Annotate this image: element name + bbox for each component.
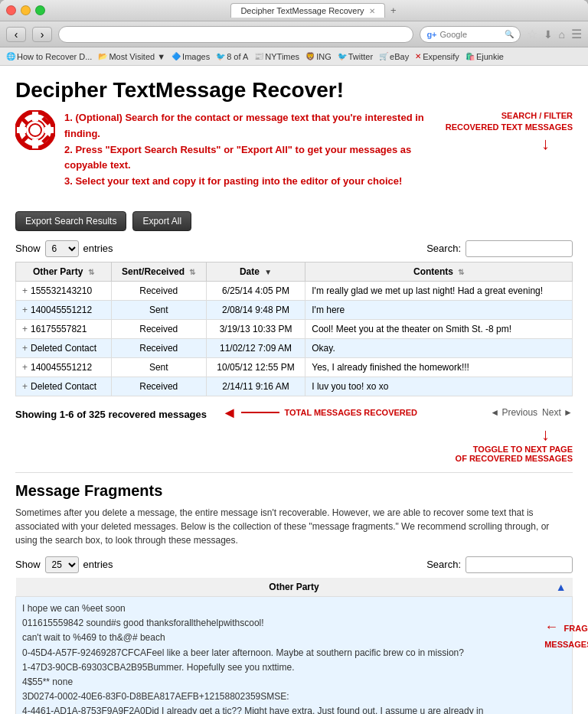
expand-icon[interactable]: + — [22, 324, 28, 334]
maximize-button[interactable] — [35, 5, 45, 15]
cell-type: Sent — [111, 357, 206, 377]
fragments-title: Message Fragments — [15, 482, 573, 500]
next-button[interactable]: Next ► — [542, 407, 573, 418]
bookmark-nytimes[interactable]: 📰 NYTimes — [254, 52, 299, 61]
fragments-entries-label: entries — [83, 559, 113, 570]
bookmark-how-to[interactable]: 🌐 How to Recover D... — [6, 52, 92, 61]
download-icon[interactable]: ⬇ — [544, 28, 553, 41]
total-annotation: ◄ TOTAL MESSAGES RECOVERED — [222, 404, 417, 422]
search-input[interactable] — [466, 240, 573, 257]
total-arrow-icon: ◄ — [222, 404, 237, 422]
col-header-party[interactable]: Other Party ⇅ — [16, 262, 112, 281]
fragment-line: I hope we can %eet soon — [22, 602, 566, 616]
col-header-sent-received[interactable]: Sent/Received ⇅ — [111, 262, 206, 281]
expand-icon[interactable]: + — [22, 343, 28, 354]
fragments-entries-select[interactable]: 25 10 50 — [45, 556, 79, 573]
showing-count: 325 — [89, 409, 106, 420]
bookmark-twitter[interactable]: 🐦 Twitter — [338, 52, 373, 61]
instruction-1: 1. (Optional) Search for the contact or … — [64, 110, 436, 142]
bookmark-ebay[interactable]: 🛒 eBay — [379, 52, 409, 61]
window-title: Decipher TextMessage Recovery ✕ + — [45, 3, 582, 18]
fragments-arrow-icon: ← — [544, 619, 558, 634]
bookmark-ing[interactable]: 🦁 ING — [305, 52, 332, 61]
cell-type: Sent — [111, 300, 206, 319]
search-annotation: SEARCH / FILTERRECOVERED TEXT MESSAGES ↓ — [446, 110, 573, 154]
bookmark-8ofa[interactable]: 🐦 8 of A — [216, 52, 248, 61]
nav-search-button[interactable]: 🔍 — [505, 30, 514, 38]
bookmark-images[interactable]: 🔷 Images — [172, 52, 210, 61]
menu-icon[interactable]: ☰ — [571, 27, 582, 41]
browser-tab[interactable]: Decipher TextMessage Recovery ✕ — [230, 3, 384, 18]
cell-content: I luv you too! xo xo — [305, 377, 573, 396]
col-header-contents[interactable]: Contents ⇅ — [305, 262, 573, 281]
table-header-row: Other Party ⇅ Sent/Received ⇅ Date ▼ Con… — [16, 262, 573, 281]
fragments-search-input[interactable] — [466, 556, 573, 573]
table-row: +155532143210 Received 6/25/14 4:05 PM I… — [16, 281, 573, 300]
back-button[interactable]: ‹ — [6, 27, 26, 42]
fragments-show-label: Show — [15, 559, 41, 570]
window-controls[interactable] — [6, 5, 45, 15]
entries-select[interactable]: 6 10 25 50 — [45, 240, 79, 257]
previous-button[interactable]: ◄ Previous — [490, 407, 537, 418]
col-header-date[interactable]: Date ▼ — [206, 262, 305, 281]
cell-date: 2/14/11 9:16 AM — [206, 377, 305, 396]
expand-icon[interactable]: + — [22, 285, 28, 296]
bookmark-most-visited[interactable]: 📂 Most Visited ▼ — [98, 52, 165, 61]
sort-fragments-icon[interactable]: ▲ — [556, 581, 567, 593]
expand-icon[interactable]: + — [22, 305, 28, 315]
table-row: +140045551212 Sent 2/08/14 9:48 PM I'm h… — [16, 300, 573, 319]
home-icon[interactable]: ⌂ — [559, 28, 565, 41]
export-all-button[interactable]: Export All — [132, 211, 191, 231]
pagination: ◄ Previous Next ► — [490, 407, 573, 418]
table-row: +Deleted Contact Received 11/02/12 7:09 … — [16, 338, 573, 357]
fragment-line: 3D0274-0002-40E6-83F0-D8BEA817AEFB+12158… — [22, 690, 566, 704]
bookmark-label-twitter: Twitter — [348, 52, 373, 61]
expand-icon[interactable]: + — [22, 362, 28, 373]
table-row: +Deleted Contact Received 2/14/11 9:16 A… — [16, 377, 573, 396]
search-nav-input[interactable] — [440, 30, 501, 39]
bookmark-icon-how-to: 🌐 — [6, 52, 15, 60]
fragment-line: 1-47D3-90CB-69303CBA2B95Bummer. Hopefull… — [22, 660, 566, 675]
address-bar[interactable] — [58, 26, 413, 43]
table-row: +16175557821 Received 3/19/13 10:33 PM C… — [16, 319, 573, 338]
fragments-col-label: Other Party — [269, 582, 318, 592]
bookmark-icon-ebay: 🛒 — [379, 52, 388, 60]
fragments-search-control: Search: — [426, 556, 573, 573]
cell-type: Received — [111, 377, 206, 396]
next-page-annotation: ↓ TOGGLE TO NEXT PAGEOF RECOVERED MESSAG… — [456, 425, 573, 463]
bookmark-label-images: Images — [182, 52, 210, 61]
bookmark-label-8ofa: 8 of A — [227, 52, 248, 61]
browser-window: Decipher TextMessage Recovery ✕ + ‹ › g+… — [0, 0, 588, 714]
cell-date: 10/05/12 12:55 PM — [206, 357, 305, 377]
export-search-button[interactable]: Export Search Results — [15, 211, 126, 231]
forward-button[interactable]: › — [32, 27, 52, 42]
search-annotation-label: SEARCH / FILTERRECOVERED TEXT MESSAGES — [446, 110, 573, 134]
showing-text: Showing 1-6 of 325 recovered messages ◄ … — [15, 404, 417, 422]
show-label: Show — [15, 243, 41, 254]
entries-label: entries — [83, 243, 113, 254]
cell-date: 3/19/13 10:33 PM — [206, 319, 305, 338]
fragments-search-label: Search: — [426, 559, 461, 570]
tab-close[interactable]: ✕ — [369, 7, 375, 15]
close-button[interactable] — [6, 5, 16, 15]
bookmark-ejunkie[interactable]: 🛍️ Ejunkie — [466, 52, 504, 61]
forward-icon: › — [41, 28, 44, 41]
bookmark-icon-expensify: ✕ — [415, 52, 421, 60]
bookmark-star-icon[interactable]: ☆ — [527, 27, 537, 41]
fragments-controls: Show 25 10 50 entries Search: — [15, 556, 573, 573]
fragments-row: I hope we can %eet soon011615559842 soun… — [16, 596, 573, 714]
new-tab-button[interactable]: + — [390, 5, 397, 16]
expand-icon[interactable]: + — [22, 381, 28, 392]
minimize-button[interactable] — [21, 5, 31, 15]
titlebar: Decipher TextMessage Recovery ✕ + — [0, 0, 588, 21]
next-page-arrow-icon: ↓ — [456, 425, 550, 445]
bookmark-expensify[interactable]: ✕ Expensify — [415, 52, 459, 61]
fragments-description: Sometimes after you delete a message, th… — [15, 506, 573, 547]
cell-type: Received — [111, 281, 206, 300]
bookmark-icon-twitter: 🐦 — [338, 52, 347, 60]
col-header-other-party: Other Party ▲ — [16, 578, 573, 597]
bookmark-label-expensify: Expensify — [423, 52, 459, 61]
total-annotation-label: TOTAL MESSAGES RECOVERED — [284, 408, 417, 417]
cell-content: Cool! Meet you at the theater on Smith S… — [305, 319, 573, 338]
sort-party-icon: ⇅ — [88, 268, 94, 276]
